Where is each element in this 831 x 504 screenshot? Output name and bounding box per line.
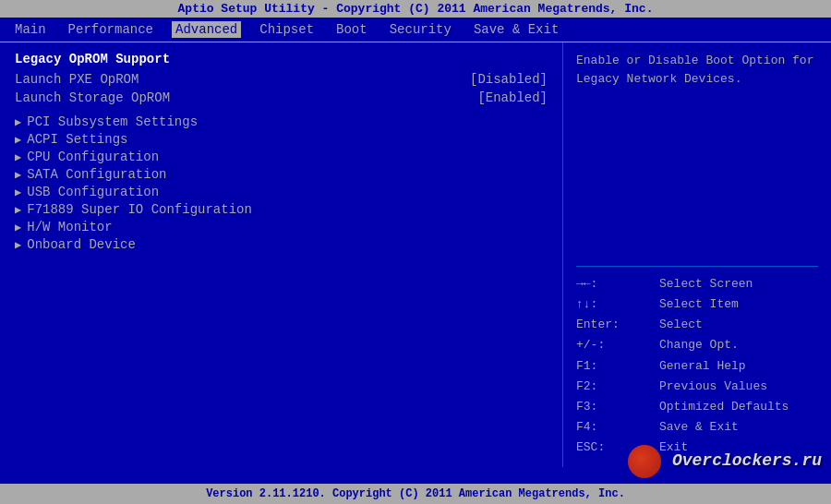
key-desc: Select Item <box>659 294 739 315</box>
setting-value: [Disabled] <box>470 72 548 87</box>
bottom-text: Version 2.11.1210. Copyright (C) 2011 Am… <box>206 487 625 500</box>
setting-label: Launch PXE OpROM <box>15 72 138 87</box>
menu-bar: MainPerformanceAdvancedChipsetBootSecuri… <box>0 18 831 42</box>
key-label: →←: <box>576 274 659 294</box>
left-panel: Legacy OpROM Support Launch PXE OpROM[Di… <box>0 42 563 467</box>
menu-entry-label: PCI Subsystem Settings <box>27 114 198 129</box>
setting-row: Launch PXE OpROM[Disabled] <box>15 72 548 87</box>
key-label: F3: <box>576 397 659 417</box>
title-text: Aptio Setup Utility - Copyright (C) 2011… <box>178 2 654 16</box>
key-label: +/-: <box>576 335 659 355</box>
arrow-icon: ▶ <box>15 115 21 129</box>
key-label: ↑↓: <box>576 294 659 315</box>
menu-entry-label: CPU Configuration <box>27 150 159 164</box>
key-line: Enter: Select <box>576 315 818 335</box>
arrow-icon: ▶ <box>15 133 21 147</box>
menu-entry[interactable]: ▶USB Configuration <box>15 185 548 199</box>
key-line: ↑↓: Select Item <box>576 294 818 315</box>
section-title: Legacy OpROM Support <box>15 52 548 66</box>
menu-entries: ▶PCI Subsystem Settings▶ACPI Settings▶CP… <box>15 114 548 252</box>
arrow-icon: ▶ <box>15 221 21 234</box>
key-line: +/-: Change Opt. <box>576 335 818 355</box>
menu-entry-label: SATA Configuration <box>27 167 166 182</box>
title-bar: Aptio Setup Utility - Copyright (C) 2011… <box>0 0 831 18</box>
key-desc: General Help <box>659 356 746 377</box>
key-line: F3: Optimized Defaults <box>576 397 818 417</box>
key-desc: Select Screen <box>659 274 753 294</box>
menu-item-chipset[interactable]: Chipset <box>256 21 318 38</box>
settings-rows: Launch PXE OpROM[Disabled]Launch Storage… <box>15 72 548 105</box>
menu-entry[interactable]: ▶Onboard Device <box>15 237 548 252</box>
key-line: F4: Save & Exit <box>576 417 818 438</box>
menu-entry[interactable]: ▶ACPI Settings <box>15 132 548 147</box>
menu-entry[interactable]: ▶CPU Configuration <box>15 150 548 164</box>
key-help: →←: Select Screen↑↓: Select ItemEnter: S… <box>576 274 818 458</box>
menu-entry[interactable]: ▶F71889 Super IO Configuration <box>15 202 548 217</box>
menu-item-boot[interactable]: Boot <box>332 21 371 38</box>
menu-entry-label: H/W Monitor <box>27 220 112 234</box>
key-label: Enter: <box>576 315 659 335</box>
main-content: Legacy OpROM Support Launch PXE OpROM[Di… <box>0 42 831 467</box>
arrow-icon: ▶ <box>15 186 21 199</box>
arrow-icon: ▶ <box>15 203 21 217</box>
menu-item-security[interactable]: Security <box>386 21 455 38</box>
setting-row: Launch Storage OpROM[Enabled] <box>15 90 548 105</box>
key-desc: Previous Values <box>659 377 767 397</box>
setting-value: [Enabled] <box>477 90 548 105</box>
key-line: F1: General Help <box>576 356 818 377</box>
menu-item-advanced[interactable]: Advanced <box>172 21 241 38</box>
key-line: F2: Previous Values <box>576 377 818 397</box>
menu-entry-label: USB Configuration <box>27 185 159 199</box>
menu-entry-label: F71889 Super IO Configuration <box>27 202 252 217</box>
key-line: →←: Select Screen <box>576 274 818 294</box>
menu-item-main[interactable]: Main <box>11 21 50 38</box>
watermark: Overclockers.ru <box>628 445 822 478</box>
menu-entry-label: Onboard Device <box>27 237 136 252</box>
setting-label: Launch Storage OpROM <box>15 90 170 105</box>
arrow-icon: ▶ <box>15 238 21 252</box>
key-label: F2: <box>576 377 659 397</box>
watermark-icon <box>628 445 661 478</box>
menu-entry-label: ACPI Settings <box>27 132 127 147</box>
arrow-icon: ▶ <box>15 168 21 182</box>
key-desc: Optimized Defaults <box>659 397 789 417</box>
key-label: F1: <box>576 356 659 377</box>
menu-entry[interactable]: ▶PCI Subsystem Settings <box>15 114 548 129</box>
key-label: F4: <box>576 417 659 438</box>
help-text: Enable or Disable Boot Option for Legacy… <box>576 52 818 267</box>
key-desc: Change Opt. <box>659 335 739 355</box>
watermark-text: Overclockers.ru <box>672 451 822 470</box>
menu-entry[interactable]: ▶SATA Configuration <box>15 167 548 182</box>
right-panel: Enable or Disable Boot Option for Legacy… <box>563 42 831 467</box>
arrow-icon: ▶ <box>15 150 21 164</box>
bottom-bar: Version 2.11.1210. Copyright (C) 2011 Am… <box>0 484 831 504</box>
menu-entry[interactable]: ▶H/W Monitor <box>15 220 548 234</box>
key-desc: Save & Exit <box>659 417 739 438</box>
menu-item-save-exit[interactable]: Save & Exit <box>470 21 562 38</box>
menu-item-performance[interactable]: Performance <box>65 21 157 38</box>
key-desc: Select <box>659 315 703 335</box>
